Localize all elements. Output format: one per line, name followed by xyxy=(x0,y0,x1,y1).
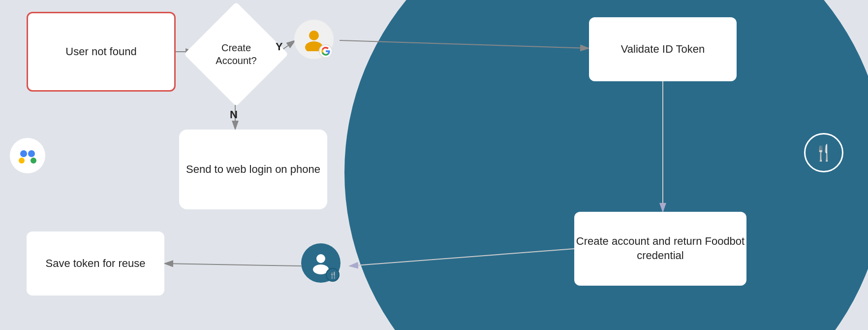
user-not-found-label: User not found xyxy=(65,45,136,59)
validate-id-label: Validate ID Token xyxy=(621,42,705,57)
foodbot-fork-badge: 🍴 xyxy=(326,268,340,282)
fork-knife-glyph: 🍴 xyxy=(814,143,834,162)
svg-point-13 xyxy=(19,158,25,164)
user-not-found-node: User not found xyxy=(27,12,176,92)
google-g-svg xyxy=(321,47,330,56)
assistant-dots-circle xyxy=(10,138,45,173)
svg-point-11 xyxy=(20,150,27,157)
validate-id-node: Validate ID Token xyxy=(589,17,737,81)
send-to-web-node: Send to web login on phone xyxy=(179,130,327,209)
google-assistant-icon xyxy=(10,138,49,177)
google-g-badge xyxy=(319,44,333,58)
foodbot-service-icon: 🍴 xyxy=(804,133,848,177)
svg-point-15 xyxy=(316,254,325,263)
assistant-svg xyxy=(17,145,38,166)
svg-point-12 xyxy=(28,150,35,157)
save-token-label: Save token for reuse xyxy=(45,257,145,271)
fork-icon-circle: 🍴 xyxy=(804,133,843,172)
foodbot-circle: 🍴 xyxy=(301,243,341,283)
foodbot-icon: 🍴 xyxy=(301,243,345,288)
create-account-label: CreateAccount? xyxy=(192,10,280,99)
create-account-node: Create account and return Foodbot creden… xyxy=(574,212,746,286)
no-label: N xyxy=(230,108,238,121)
svg-point-9 xyxy=(309,31,319,40)
create-account-diamond-container: CreateAccount? xyxy=(192,10,280,99)
svg-text:🍴: 🍴 xyxy=(329,271,337,279)
google-icon-circle xyxy=(294,20,334,59)
fork-knife-svg: 🍴 xyxy=(329,271,337,279)
send-to-web-label: Send to web login on phone xyxy=(186,163,320,177)
save-token-node: Save token for reuse xyxy=(27,231,164,296)
create-account-label-text: Create account and return Foodbot creden… xyxy=(574,234,746,263)
svg-point-14 xyxy=(31,158,36,164)
google-signin-icon xyxy=(294,20,339,64)
